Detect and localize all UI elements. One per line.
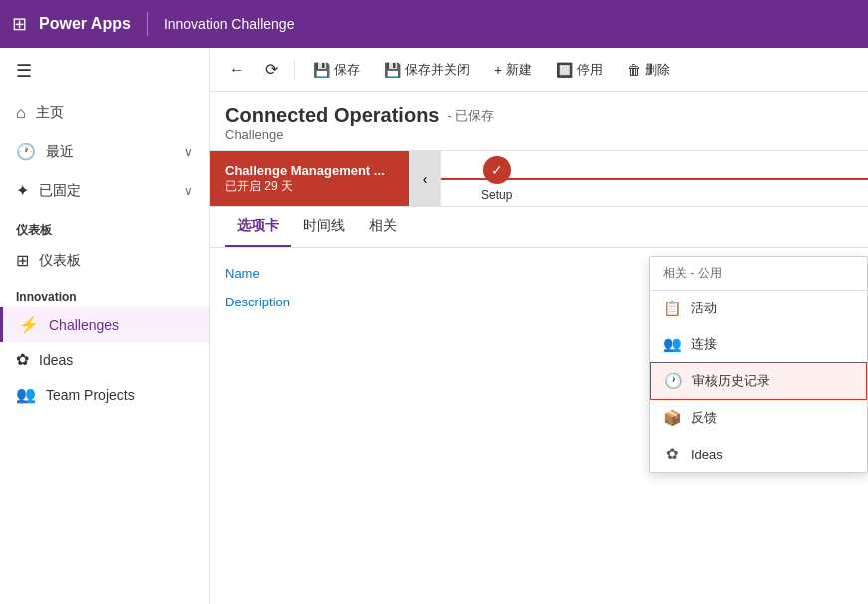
save-label: 保存 xyxy=(334,61,360,79)
new-icon: + xyxy=(494,62,502,78)
dropdown-item-connection[interactable]: 👥 连接 xyxy=(650,326,867,362)
sidebar-item-dashboard[interactable]: ⊞ 仪表板 xyxy=(0,243,209,278)
name-label: Name xyxy=(225,260,345,281)
deactivate-label: 停用 xyxy=(577,61,603,79)
top-header: ⊞ Power Apps Innovation Challenge xyxy=(0,0,868,48)
back-button[interactable]: ← xyxy=(221,57,253,83)
stage-progress-area: ✓ Setup xyxy=(441,156,868,202)
delete-icon: 🗑 xyxy=(627,62,641,78)
audit-icon: 🕐 xyxy=(664,372,682,390)
dashboard-icon: ⊞ xyxy=(16,251,29,270)
deactivate-icon: 🔲 xyxy=(556,62,573,78)
ideas-icon: ✿ xyxy=(16,350,29,369)
tab-timeline-label: 时间线 xyxy=(303,217,345,233)
delete-button[interactable]: 🗑 删除 xyxy=(617,57,680,83)
ideas-menu-icon: ✿ xyxy=(663,445,681,463)
tab-options-label: 选项卡 xyxy=(237,217,279,233)
dropdown-audit-label: 审核历史记录 xyxy=(692,372,770,390)
sidebar-item-teamprojects[interactable]: 👥 Team Projects xyxy=(0,377,209,412)
toolbar-sep-1 xyxy=(294,60,295,80)
dashboard-section-label: 仪表板 xyxy=(0,210,209,243)
sidebar-item-pinned[interactable]: ✦ 已固定 ∨ xyxy=(0,171,209,210)
toolbar: ← ⟳ 💾 保存 💾 保存并关闭 + 新建 🔲 停用 🗑 删除 xyxy=(210,48,868,92)
sidebar-home-label: 主页 xyxy=(36,104,64,122)
record-header: Connected Operations - 已保存 Challenge xyxy=(210,92,868,151)
deactivate-button[interactable]: 🔲 停用 xyxy=(546,57,613,83)
chevron-down-icon-pinned: ∨ xyxy=(184,184,193,198)
new-button[interactable]: + 新建 xyxy=(484,57,542,83)
sidebar-dashboard-label: 仪表板 xyxy=(39,252,81,270)
challenges-icon: ⚡ xyxy=(19,315,39,334)
save-button[interactable]: 💾 保存 xyxy=(303,57,370,83)
dropdown-ideas-label: Ideas xyxy=(691,447,723,462)
home-icon: ⌂ xyxy=(16,104,26,122)
stage-active-tile: Challenge Management ... 已开启 29 天 xyxy=(210,151,409,206)
dropdown-activity-label: 活动 xyxy=(691,300,717,317)
activity-icon: 📋 xyxy=(663,300,681,317)
tab-timeline[interactable]: 时间线 xyxy=(291,207,357,247)
stage-bar: Challenge Management ... 已开启 29 天 ‹ ✓ Se… xyxy=(210,151,868,207)
sidebar-teamprojects-label: Team Projects xyxy=(46,387,135,403)
save-icon: 💾 xyxy=(313,62,330,78)
tab-related-label: 相关 xyxy=(369,217,397,233)
tab-options[interactable]: 选项卡 xyxy=(225,207,291,247)
delete-label: 删除 xyxy=(645,61,670,79)
save-close-button[interactable]: 💾 保存并关闭 xyxy=(374,57,480,83)
dropdown-item-feedback[interactable]: 📦 反馈 xyxy=(650,400,867,436)
stage-setup-label: Setup xyxy=(481,188,512,202)
stage-active-sub: 已开启 29 天 xyxy=(225,178,393,195)
brand-logo: Power Apps xyxy=(39,15,131,33)
tabs-bar: 选项卡 时间线 相关 xyxy=(210,207,868,248)
connection-icon: 👥 xyxy=(663,335,681,353)
dropdown-header: 相关 - 公用 xyxy=(650,257,867,291)
record-title-row: Connected Operations - 已保存 xyxy=(225,104,852,127)
record-type: Challenge xyxy=(225,127,852,142)
stage-active-title: Challenge Management ... xyxy=(225,163,393,178)
menu-icon: ☰ xyxy=(16,61,32,81)
main-content: ← ⟳ 💾 保存 💾 保存并关闭 + 新建 🔲 停用 🗑 删除 xyxy=(210,48,868,604)
grid-icon[interactable]: ⊞ xyxy=(12,13,27,35)
sidebar-recent-label: 最近 xyxy=(46,143,74,161)
dropdown-item-activity[interactable]: 📋 活动 xyxy=(650,291,867,326)
recent-icon: 🕐 xyxy=(16,142,36,161)
sidebar: ☰ ⌂ 主页 🕐 最近 ∨ ✦ 已固定 ∨ 仪表板 ⊞ 仪表板 Innovati… xyxy=(0,48,210,604)
sidebar-toggle[interactable]: ☰ xyxy=(0,48,209,94)
dropdown-item-audit[interactable]: 🕐 审核历史记录 xyxy=(650,362,867,400)
feedback-icon: 📦 xyxy=(663,409,681,427)
innovation-section-label: Innovation xyxy=(0,278,209,307)
dropdown-item-ideas[interactable]: ✿ Ideas xyxy=(650,436,867,472)
description-label: Description xyxy=(225,289,345,309)
sidebar-item-recent[interactable]: 🕐 最近 ∨ xyxy=(0,132,209,171)
form-area: Name Description 相关 - 公用 📋 活动 👥 xyxy=(210,248,868,329)
record-name: Connected Operations xyxy=(225,104,439,127)
main-layout: ☰ ⌂ 主页 🕐 最近 ∨ ✦ 已固定 ∨ 仪表板 ⊞ 仪表板 Innovati… xyxy=(0,48,868,604)
stage-setup-step: ✓ Setup xyxy=(481,156,512,202)
tab-related[interactable]: 相关 xyxy=(357,207,409,247)
dropdown-feedback-label: 反馈 xyxy=(691,409,717,427)
record-saved-status: - 已保存 xyxy=(447,107,494,125)
dropdown-connection-label: 连接 xyxy=(691,335,717,353)
sidebar-ideas-label: Ideas xyxy=(39,352,73,368)
app-title: Innovation Challenge xyxy=(164,16,295,32)
check-icon: ✓ xyxy=(491,162,503,178)
dropdown-menu: 相关 - 公用 📋 活动 👥 连接 🕐 审核历史记录 📦 xyxy=(649,256,868,473)
save-close-label: 保存并关闭 xyxy=(405,61,470,79)
sidebar-item-ideas[interactable]: ✿ Ideas xyxy=(0,342,209,377)
teamprojects-icon: 👥 xyxy=(16,385,36,404)
sidebar-challenges-label: Challenges xyxy=(49,317,119,333)
new-label: 新建 xyxy=(506,61,532,79)
sidebar-item-challenges[interactable]: ⚡ Challenges xyxy=(0,307,209,342)
sidebar-pinned-label: 已固定 xyxy=(39,182,81,200)
chevron-left-icon: ‹ xyxy=(423,171,428,187)
header-divider xyxy=(147,12,148,36)
chevron-down-icon: ∨ xyxy=(184,145,193,159)
page-area: Connected Operations - 已保存 Challenge Cha… xyxy=(210,92,868,604)
stage-chevron-button[interactable]: ‹ xyxy=(409,151,441,207)
sidebar-item-home[interactable]: ⌂ 主页 xyxy=(0,94,209,132)
save-close-icon: 💾 xyxy=(384,62,401,78)
stage-check-circle: ✓ xyxy=(483,156,511,184)
pinned-icon: ✦ xyxy=(16,181,29,200)
refresh-button[interactable]: ⟳ xyxy=(257,56,286,83)
